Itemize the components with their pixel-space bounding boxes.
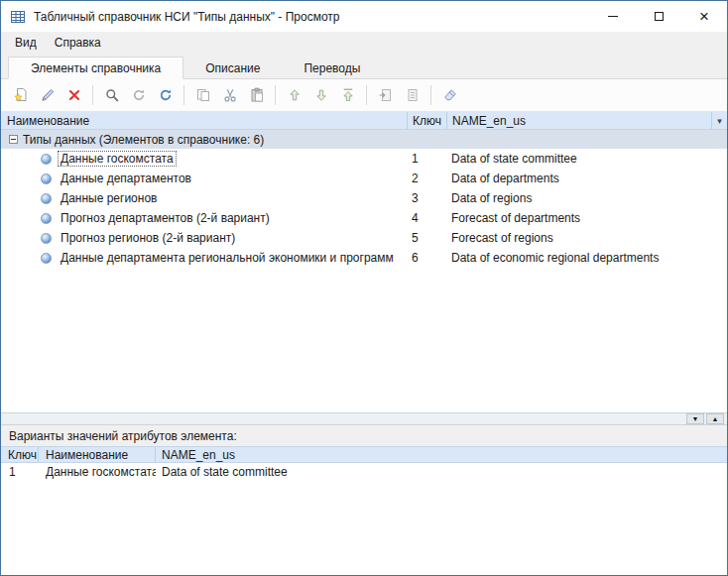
find-button[interactable]	[125, 82, 152, 108]
tab-description[interactable]: Описание	[183, 58, 282, 78]
element-name-en: Data of regions	[446, 191, 727, 205]
bottom-column-header: Ключ Наименование NAME_en_us	[1, 446, 727, 463]
app-window: Табличный справочник НСИ "Типы данных" -…	[0, 0, 728, 576]
element-key: 3	[407, 191, 446, 205]
element-sphere-icon	[41, 193, 52, 204]
element-name-en: Forecast of departments	[446, 211, 727, 225]
element-name-en: Forecast of regions	[446, 231, 727, 245]
search-button[interactable]	[98, 82, 125, 108]
move-up-button[interactable]	[281, 82, 307, 108]
variant-key: 1	[1, 465, 39, 479]
element-key: 1	[407, 152, 446, 166]
variant-name-en: Data of state committee	[156, 465, 727, 479]
tree-item-row[interactable]: Данные департамента региональной экономи…	[1, 248, 727, 268]
refresh-button[interactable]	[152, 82, 179, 108]
bottom-rows: 1 Данные госкомстата Data of state commi…	[1, 463, 727, 575]
element-name-cell: Данные департаментов	[58, 171, 407, 186]
column-header-name-en[interactable]: NAME_en_us	[447, 112, 711, 129]
element-sphere-icon	[41, 213, 52, 224]
column-header-key[interactable]: Ключ	[408, 112, 447, 129]
move-down-button[interactable]	[307, 82, 334, 108]
tab-translations[interactable]: Переводы	[282, 58, 382, 78]
document-export-icon	[405, 87, 421, 103]
tabstrip: Элементы справочника Описание Переводы	[1, 54, 727, 79]
add-icon	[13, 87, 29, 103]
splitter-expand-up-button[interactable]	[706, 413, 724, 424]
copy-button[interactable]	[189, 82, 216, 108]
move-up-icon	[287, 87, 303, 103]
eraser-icon	[442, 87, 458, 103]
menu-view[interactable]: Вид	[6, 32, 46, 54]
app-icon	[10, 9, 26, 25]
minimize-icon	[608, 16, 618, 17]
cut-button[interactable]	[216, 82, 243, 108]
toolbar-separator	[430, 85, 431, 105]
close-button[interactable]	[681, 1, 727, 32]
edit-icon	[40, 87, 56, 103]
document-import-icon	[378, 87, 394, 103]
document-import-button[interactable]	[372, 82, 399, 108]
paste-button[interactable]	[243, 82, 270, 108]
toolbar-separator	[183, 85, 184, 105]
element-key: 4	[407, 211, 446, 225]
collapse-toggle-icon[interactable]	[9, 135, 18, 144]
move-to-top-button[interactable]	[334, 82, 361, 108]
menu-help[interactable]: Справка	[46, 32, 110, 54]
splitter-bar[interactable]	[1, 412, 727, 425]
toolbar-separator	[366, 85, 367, 105]
element-key: 6	[407, 251, 446, 265]
splitter-expand-down-button[interactable]	[686, 413, 704, 424]
refresh-icon	[158, 87, 174, 103]
element-name: Данные департаментов	[58, 171, 194, 186]
element-name-cell: Прогноз регионов (2-й вариант)	[58, 230, 407, 246]
edit-button[interactable]	[34, 82, 61, 108]
element-name-cell: Прогноз департаментов (2-й вариант)	[58, 210, 407, 226]
bottom-column-name[interactable]: Наименование	[39, 447, 156, 462]
tree-item-row[interactable]: Прогноз департаментов (2-й вариант) 4 Fo…	[1, 208, 727, 228]
column-options-button[interactable]	[711, 112, 727, 129]
element-name: Данные госкомстата	[58, 151, 177, 167]
element-name-en: Data of economic regional departments	[446, 251, 727, 265]
tree-item-row[interactable]: Данные департаментов 2 Data of departmen…	[1, 169, 727, 188]
minimize-button[interactable]	[590, 1, 636, 32]
attribute-variants-label: Варианты значений атрибутов элемента:	[1, 425, 727, 446]
element-sphere-icon	[41, 233, 52, 244]
tab-elements[interactable]: Элементы справочника	[8, 57, 183, 79]
bottom-column-key[interactable]: Ключ	[1, 447, 39, 462]
search-icon	[104, 87, 120, 103]
element-sphere-icon	[41, 253, 52, 264]
element-sphere-icon	[41, 173, 52, 184]
eraser-button[interactable]	[436, 82, 463, 108]
element-name-cell: Данные регионов	[58, 190, 407, 206]
add-button[interactable]	[7, 82, 34, 108]
column-header-name[interactable]: Наименование	[1, 112, 408, 129]
menubar: Вид Справка	[1, 32, 727, 54]
element-name: Прогноз регионов (2-й вариант)	[58, 230, 238, 246]
variant-name: Данные госкомстата	[39, 465, 156, 479]
tree-column-header: Наименование Ключ NAME_en_us	[1, 112, 727, 130]
bottom-column-name-en[interactable]: NAME_en_us	[156, 447, 727, 462]
tree-item-row[interactable]: Прогноз регионов (2-й вариант) 5 Forecas…	[1, 228, 727, 248]
tree-item-row[interactable]: Данные госкомстата 1 Data of state commi…	[1, 149, 727, 169]
tree-root-row[interactable]: Типы данных (Элементов в справочнике: 6)	[1, 130, 727, 149]
tree-area: Типы данных (Элементов в справочнике: 6)…	[1, 130, 727, 412]
move-to-top-icon	[340, 87, 356, 103]
maximize-icon	[655, 12, 664, 21]
toolbar-separator	[92, 85, 93, 105]
delete-button[interactable]	[61, 82, 87, 108]
move-down-icon	[313, 87, 329, 103]
tree-root-label: Типы данных (Элементов в справочнике: 6)	[23, 133, 264, 147]
attribute-variant-row[interactable]: 1 Данные госкомстата Data of state commi…	[1, 463, 727, 481]
element-key: 2	[407, 172, 446, 185]
document-export-button[interactable]	[399, 82, 425, 108]
paste-icon	[249, 87, 265, 103]
element-name-en: Data of state committee	[446, 152, 727, 166]
tree-item-row[interactable]: Данные регионов 3 Data of regions	[1, 188, 727, 208]
cut-icon	[222, 87, 238, 103]
titlebar: Табличный справочник НСИ "Типы данных" -…	[1, 1, 727, 32]
delete-icon	[66, 87, 82, 103]
maximize-button[interactable]	[636, 1, 681, 32]
element-name: Данные департамента региональной экономи…	[58, 250, 397, 266]
window-controls	[590, 1, 727, 32]
close-icon	[699, 8, 709, 25]
